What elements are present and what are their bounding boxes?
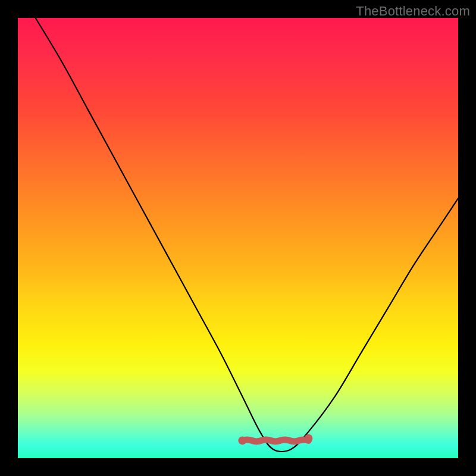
plot-area: [18, 18, 458, 458]
chart-frame: TheBottleneck.com: [0, 0, 476, 476]
flat-region-overlay: [242, 440, 308, 441]
flat-region-dot-right: [304, 434, 312, 443]
chart-svg: [18, 18, 458, 458]
flat-region-dot-left: [238, 436, 246, 444]
bottleneck-curve: [36, 18, 458, 452]
watermark-text: TheBottleneck.com: [356, 4, 470, 19]
